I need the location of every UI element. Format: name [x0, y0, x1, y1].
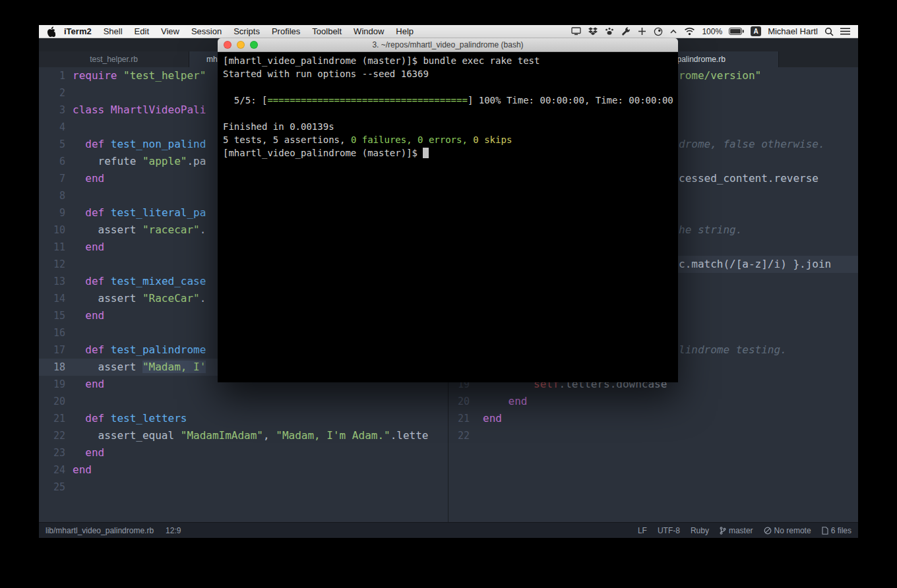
code-text: end: [73, 239, 104, 256]
terminal-line-8: [mhartl_video_palindrome (master)]$: [223, 146, 673, 160]
terminal-cursor: [423, 148, 428, 158]
terminal-line-5: [223, 107, 673, 120]
line-number: 19: [39, 376, 65, 393]
menu-item-view[interactable]: View: [155, 26, 185, 36]
terminal-line-2: Started with run options --seed 16369: [223, 67, 673, 80]
menu-item-edit[interactable]: Edit: [129, 26, 155, 36]
code-line-24[interactable]: 24end: [39, 461, 448, 479]
git-branch[interactable]: master: [720, 526, 753, 535]
code-line-21[interactable]: 21end: [448, 410, 858, 427]
code-text: end: [73, 376, 104, 393]
line-number: 12: [39, 256, 65, 273]
line-number: 1: [39, 67, 65, 84]
file-count-label: 6 files: [831, 526, 851, 535]
window-controls: [224, 41, 258, 49]
remote-status-label: No remote: [774, 526, 811, 535]
code-line-20[interactable]: 20: [39, 393, 448, 410]
line-number: 3: [39, 102, 65, 119]
status-bar: lib/mhartl_video_palindrome.rb 12:9 LF U…: [39, 522, 858, 538]
screen: iTerm2ShellEditViewSessionScriptsProfile…: [39, 25, 858, 538]
terminal-line-1: [mhartl_video_palindrome (master)]$ bund…: [223, 54, 673, 67]
code-text: def test_letters: [73, 410, 187, 427]
code-text: end: [483, 393, 527, 410]
display-icon[interactable]: [571, 27, 581, 36]
remote-status[interactable]: No remote: [764, 526, 811, 535]
line-number: 25: [39, 479, 65, 496]
line-number: 20: [39, 393, 65, 410]
menu-item-scripts[interactable]: Scripts: [228, 26, 266, 36]
menu-item-iterm2[interactable]: iTerm2: [58, 26, 98, 36]
line-number: 16: [39, 324, 65, 341]
file-icon: [822, 527, 828, 535]
zoom-button[interactable]: [250, 41, 258, 49]
search-icon[interactable]: [824, 27, 834, 36]
menu-bar-status: 100% A Michael Hartl: [571, 26, 850, 36]
line-number: 8: [39, 187, 65, 204]
code-text: class MhartlVideoPali: [73, 102, 206, 119]
code-text: def test_palindrome: [73, 341, 206, 359]
terminal-line-7: 5 tests, 5 assertions, 0 failures, 0 err…: [223, 133, 673, 146]
code-text: require "test_helper": [73, 67, 206, 84]
battery-icon[interactable]: [729, 28, 744, 35]
file-count[interactable]: 6 files: [822, 526, 851, 535]
minimize-button[interactable]: [237, 41, 245, 49]
menu-status-icons: [571, 27, 695, 36]
plus-icon[interactable]: [638, 27, 646, 36]
status-file-path[interactable]: lib/mhartl_video_palindrome.rb: [46, 526, 154, 535]
menu-item-toolbelt[interactable]: Toolbelt: [306, 26, 348, 36]
code-text: def test_mixed_case: [73, 273, 206, 290]
tab-test_helper.rb[interactable]: test_helper.rb: [39, 51, 189, 67]
code-text: assert "Madam, I': [73, 359, 206, 376]
code-text: assert "racecar".: [73, 221, 206, 239]
line-number: 10: [39, 221, 65, 239]
code-line-22[interactable]: 22: [448, 427, 858, 444]
dropbox-icon[interactable]: [588, 27, 598, 36]
line-number: 7: [39, 170, 65, 187]
menu-item-help[interactable]: Help: [390, 26, 419, 36]
code-text: end: [73, 461, 92, 479]
code-line-22[interactable]: 22 assert_equal "MadamImAdam", "Madam, I…: [39, 427, 448, 444]
no-remote-icon: [764, 527, 772, 535]
git-branch-label: master: [729, 526, 753, 535]
line-number: 9: [39, 204, 65, 221]
status-encoding[interactable]: UTF-8: [658, 526, 680, 535]
menu-item-profiles[interactable]: Profiles: [266, 26, 306, 36]
line-number: 13: [39, 273, 65, 290]
code-text: assert "RaceCar".: [73, 290, 206, 307]
menu-item-session[interactable]: Session: [185, 26, 228, 36]
notification-list-icon[interactable]: [840, 28, 850, 35]
code-line-21[interactable]: 21 def test_letters: [39, 410, 448, 427]
status-cursor-position[interactable]: 12:9: [166, 526, 181, 535]
status-language[interactable]: Ruby: [691, 526, 709, 535]
code-line-25[interactable]: 25: [39, 479, 448, 496]
menu-bar: iTerm2ShellEditViewSessionScriptsProfile…: [39, 25, 858, 38]
line-number: 22: [39, 427, 65, 444]
menu-item-shell[interactable]: Shell: [98, 26, 129, 36]
code-line-23[interactable]: 23 end: [39, 444, 448, 461]
line-number: 2: [39, 84, 65, 102]
status-line-ending[interactable]: LF: [638, 526, 647, 535]
line-number: 11: [39, 239, 65, 256]
steam-icon[interactable]: [654, 27, 663, 36]
wrench-icon[interactable]: [621, 27, 631, 36]
code-text: end: [483, 410, 502, 427]
terminal-line-4: 5/5: [==================================…: [223, 94, 673, 107]
line-number: 14: [39, 290, 65, 307]
terminal-titlebar[interactable]: 3. ~/repos/mhartl_video_palindrome (bash…: [218, 38, 678, 52]
menu-item-window[interactable]: Window: [348, 26, 390, 36]
user-menu[interactable]: Michael Hartl: [768, 26, 818, 36]
chevron-icon[interactable]: [670, 29, 677, 34]
code-line-20[interactable]: 20 end: [448, 393, 858, 410]
close-button[interactable]: [224, 41, 232, 49]
input-source-badge[interactable]: A: [751, 26, 761, 36]
terminal-content[interactable]: [mhartl_video_palindrome (master)]$ bund…: [218, 52, 678, 382]
line-number: 17: [39, 341, 65, 359]
paw-icon[interactable]: [605, 27, 614, 36]
apple-menu[interactable]: [47, 26, 55, 37]
branch-icon: [720, 527, 726, 535]
code-text: end: [73, 444, 104, 461]
line-number: 20: [448, 393, 470, 410]
terminal-line-6: Finished in 0.00139s: [223, 120, 673, 133]
terminal-line-3: [223, 80, 673, 94]
wifi-icon[interactable]: [684, 27, 695, 36]
